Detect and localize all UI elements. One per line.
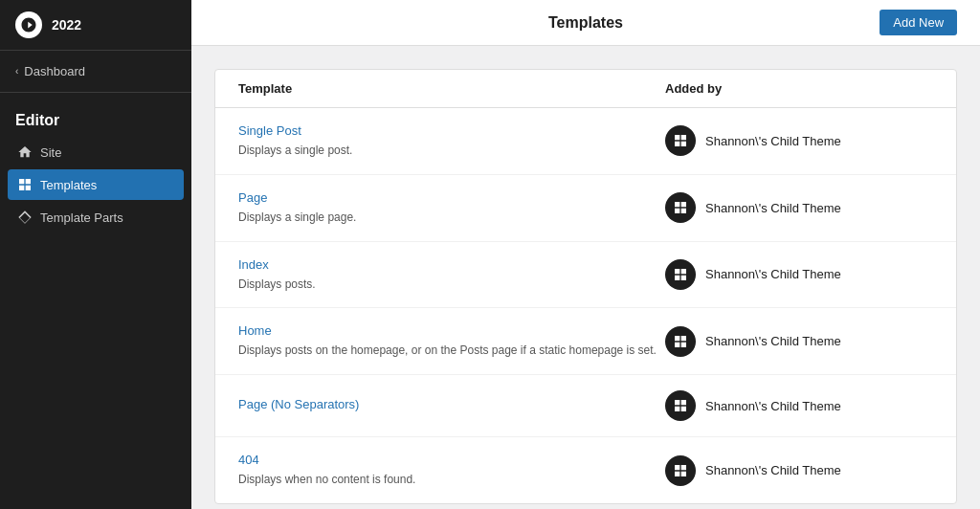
template-description: Displays a single page.	[238, 210, 356, 224]
main-content: Templates Add New Template Added by Sing…	[191, 0, 980, 509]
template-info: 404 Displays when no content is found.	[238, 453, 665, 488]
sidebar-nav: Site Templates Template Parts	[0, 137, 191, 232]
theme-icon	[665, 390, 696, 421]
template-info: Index Displays posts.	[238, 257, 665, 293]
site-year-label: 2022	[52, 17, 81, 33]
added-by-col: Shannon\'s Child Theme	[665, 390, 933, 421]
table-row: Page Displays a single page. Shannon\'s …	[215, 175, 956, 242]
sidebar-item-templates-label: Templates	[40, 178, 97, 192]
sidebar-item-site[interactable]: Site	[8, 137, 184, 167]
table-row: 404 Displays when no content is found. S…	[215, 437, 956, 503]
chevron-left-icon: ‹	[15, 66, 18, 77]
table-row: Single Post Displays a single post. Shan…	[215, 108, 956, 175]
template-name-link[interactable]: 404	[238, 453, 665, 467]
diamond-icon	[17, 210, 33, 225]
template-description: Displays posts.	[238, 277, 316, 291]
table-header: Template Added by	[215, 70, 956, 108]
template-info: Single Post Displays a single post.	[238, 123, 665, 159]
col-header-template: Template	[238, 81, 665, 96]
home-icon	[17, 144, 33, 160]
theme-name: Shannon\'s Child Theme	[705, 334, 841, 348]
sidebar-item-site-label: Site	[40, 145, 61, 160]
theme-icon	[665, 192, 696, 223]
sidebar: 2022 ‹ Dashboard Editor Site Templates	[0, 0, 191, 509]
added-by-col: Shannon\'s Child Theme	[665, 125, 933, 156]
templates-icon	[17, 177, 33, 192]
template-name-link[interactable]: Page (No Separators)	[238, 397, 665, 411]
main-header: Templates Add New	[191, 0, 980, 46]
col-header-added-by: Added by	[665, 81, 933, 96]
theme-icon	[665, 455, 696, 486]
template-info: Page Displays a single page.	[238, 190, 665, 226]
template-info: Page (No Separators)	[238, 397, 665, 414]
template-info: Home Displays posts on the homepage, or …	[238, 323, 665, 359]
add-new-button[interactable]: Add New	[880, 10, 957, 35]
editor-title: Editor	[0, 93, 191, 137]
sidebar-item-templates[interactable]: Templates	[8, 169, 184, 200]
theme-name: Shannon\'s Child Theme	[705, 267, 841, 281]
theme-name: Shannon\'s Child Theme	[705, 201, 841, 215]
theme-name: Shannon\'s Child Theme	[705, 399, 841, 413]
theme-icon	[665, 125, 696, 156]
theme-name: Shannon\'s Child Theme	[705, 463, 841, 477]
table-row: Home Displays posts on the homepage, or …	[215, 308, 956, 375]
dashboard-link[interactable]: ‹ Dashboard	[0, 51, 191, 93]
dashboard-anchor[interactable]: ‹ Dashboard	[15, 64, 176, 78]
template-description: Displays a single post.	[238, 144, 352, 157]
theme-icon	[665, 326, 696, 357]
table-row: Index Displays posts. Shannon\'s Child T…	[215, 242, 956, 309]
template-name-link[interactable]: Single Post	[238, 123, 665, 138]
theme-name: Shannon\'s Child Theme	[705, 134, 841, 148]
theme-icon	[665, 259, 696, 290]
added-by-col: Shannon\'s Child Theme	[665, 455, 933, 486]
templates-table: Template Added by Single Post Displays a…	[214, 69, 957, 504]
template-description: Displays posts on the homepage, or on th…	[238, 343, 657, 357]
page-title: Templates	[462, 14, 710, 32]
main-body: Template Added by Single Post Displays a…	[191, 46, 980, 509]
table-row: Page (No Separators) Shannon\'s Child Th…	[215, 375, 956, 437]
sidebar-item-template-parts-label: Template Parts	[40, 210, 123, 225]
added-by-col: Shannon\'s Child Theme	[665, 326, 933, 357]
template-name-link[interactable]: Page	[238, 190, 665, 205]
wordpress-logo-icon	[15, 11, 42, 38]
template-description: Displays when no content is found.	[238, 473, 415, 486]
dashboard-label: Dashboard	[24, 64, 85, 78]
table-body: Single Post Displays a single post. Shan…	[215, 108, 956, 503]
sidebar-logo: 2022	[0, 0, 191, 51]
template-name-link[interactable]: Home	[238, 323, 665, 338]
template-name-link[interactable]: Index	[238, 257, 665, 272]
added-by-col: Shannon\'s Child Theme	[665, 259, 933, 290]
sidebar-item-template-parts[interactable]: Template Parts	[8, 202, 184, 232]
added-by-col: Shannon\'s Child Theme	[665, 192, 933, 223]
